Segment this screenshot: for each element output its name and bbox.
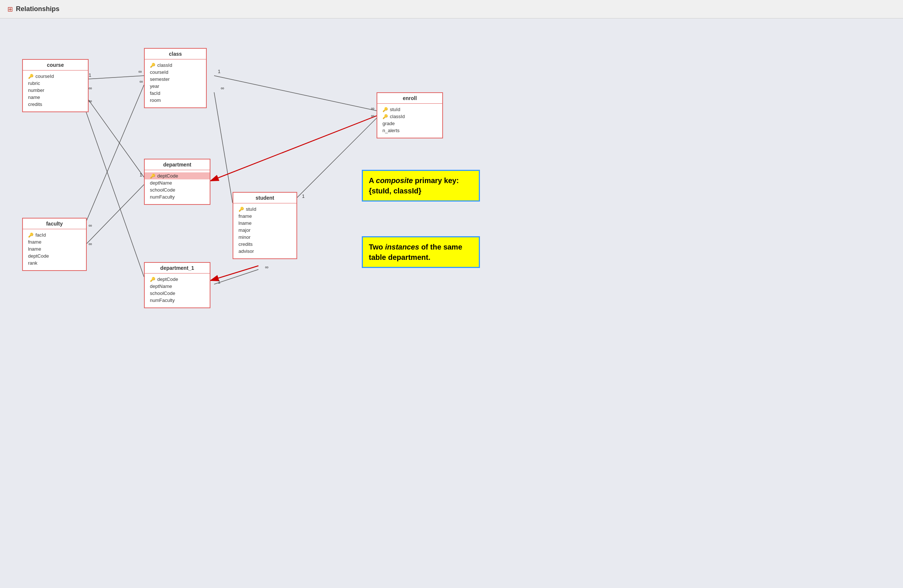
field-credits: credits	[28, 101, 83, 108]
svg-line-12	[211, 266, 258, 280]
field-facId: facId	[150, 90, 201, 97]
table-enroll: enroll 🔑 stuId 🔑 classId grade n_alerts	[376, 92, 443, 138]
field-fname: fname	[239, 212, 291, 220]
annotation-two-instances: Two instances of the same table departme…	[362, 236, 480, 268]
svg-text:∞: ∞	[140, 79, 143, 84]
svg-text:∞: ∞	[89, 85, 92, 91]
field-rank: rank	[28, 259, 81, 267]
field-lname: lname	[239, 220, 291, 226]
field-deptName: deptName	[150, 179, 205, 186]
field-advisor: advisor	[239, 248, 291, 255]
field-classId: 🔑 classId	[150, 61, 201, 69]
svg-line-10	[214, 269, 258, 284]
svg-text:1: 1	[140, 172, 142, 178]
field-lname: lname	[28, 245, 81, 253]
field-stuId: 🔑 stuId	[382, 106, 437, 113]
annotation-composite-key: A composite primary key: {stuId, classId…	[362, 170, 480, 201]
key-icon: 🔑	[28, 74, 34, 79]
table-class: class 🔑 classId courseId semester year f…	[144, 48, 207, 108]
field-facId: 🔑 facId	[28, 231, 81, 239]
field-fname: fname	[28, 239, 81, 245]
field-schoolCode: schoolCode	[150, 290, 205, 297]
svg-line-4	[83, 103, 144, 277]
key-icon: 🔑	[382, 114, 388, 119]
field-rubric: rubric	[28, 80, 83, 87]
table-student-header: student	[233, 193, 296, 203]
svg-text:1: 1	[89, 72, 91, 78]
key-icon: 🔑	[382, 107, 388, 112]
field-schoolCode: schoolCode	[150, 186, 205, 193]
field-major: major	[239, 226, 291, 234]
table-course: course 🔑 courseId rubric number name cre…	[22, 59, 89, 112]
svg-text:1: 1	[302, 193, 305, 199]
svg-line-7	[83, 85, 144, 229]
field-numFaculty: numFaculty	[150, 193, 205, 200]
relationship-lines: 1 ∞ ∞ 1 ∞ 1 ∞ ∞ ∞ ∞ ∞ 1 ∞ ∞ 1	[0, 19, 903, 588]
field-deptName: deptName	[150, 283, 205, 290]
svg-text:1: 1	[218, 69, 220, 74]
key-icon: 🔑	[239, 207, 244, 212]
title-bar: ⊞ Relationships	[0, 0, 903, 19]
field-deptCode: deptCode	[28, 253, 81, 259]
table-department-header: department	[145, 159, 210, 170]
field-year: year	[150, 83, 201, 90]
svg-text:∞: ∞	[89, 241, 92, 247]
field-room: room	[150, 97, 201, 104]
page-title: Relationships	[16, 5, 60, 13]
relationships-icon: ⊞	[7, 5, 13, 13]
field-classId: 🔑 classId	[382, 113, 437, 120]
key-icon: 🔑	[150, 63, 156, 68]
table-class-header: class	[145, 49, 206, 60]
svg-text:∞: ∞	[371, 113, 374, 118]
svg-line-2	[83, 75, 144, 79]
canvas: 1 ∞ ∞ 1 ∞ 1 ∞ ∞ ∞ ∞ ∞ 1 ∞ ∞ 1 course 🔑 c…	[0, 19, 903, 588]
svg-line-5	[214, 75, 376, 111]
svg-text:∞: ∞	[221, 85, 224, 91]
svg-text:∞: ∞	[89, 98, 92, 104]
table-course-header: course	[23, 60, 88, 71]
key-icon: 🔑	[150, 173, 156, 179]
key-icon: 🔑	[28, 233, 34, 238]
field-deptCode-highlighted: 🔑 deptCode	[145, 172, 210, 179]
field-number: number	[28, 87, 83, 94]
field-courseId: 🔑 courseId	[28, 73, 83, 80]
field-deptCode-pk: 🔑 deptCode	[150, 276, 205, 283]
field-numFaculty: numFaculty	[150, 297, 205, 304]
table-department-1-header: department_1	[145, 263, 210, 274]
table-faculty-header: faculty	[23, 219, 86, 229]
table-student: student 🔑 stuId fname lname major minor …	[233, 192, 297, 259]
svg-text:∞: ∞	[138, 69, 142, 74]
field-stuId: 🔑 stuId	[239, 206, 291, 212]
svg-text:∞: ∞	[89, 223, 92, 228]
field-name: name	[28, 94, 83, 101]
table-department: department 🔑 deptCode deptName schoolCod…	[144, 159, 211, 205]
field-n_alerts: n_alerts	[382, 127, 437, 134]
table-faculty: faculty 🔑 facId fname lname deptCode ran…	[22, 218, 87, 271]
table-enroll-header: enroll	[377, 93, 442, 104]
field-grade: grade	[382, 120, 437, 127]
field-semester: semester	[150, 75, 201, 83]
table-department-1: department_1 🔑 deptCode deptName schoolC…	[144, 262, 211, 308]
svg-text:∞: ∞	[265, 264, 268, 270]
svg-line-3	[83, 92, 144, 177]
svg-line-6	[214, 92, 233, 203]
svg-line-8	[83, 185, 144, 247]
field-courseId: courseId	[150, 69, 201, 75]
svg-text:1: 1	[218, 279, 220, 285]
key-icon: 🔑	[150, 277, 156, 282]
field-minor: minor	[239, 234, 291, 241]
svg-text:∞: ∞	[371, 105, 374, 111]
field-credits-student: credits	[239, 241, 291, 248]
